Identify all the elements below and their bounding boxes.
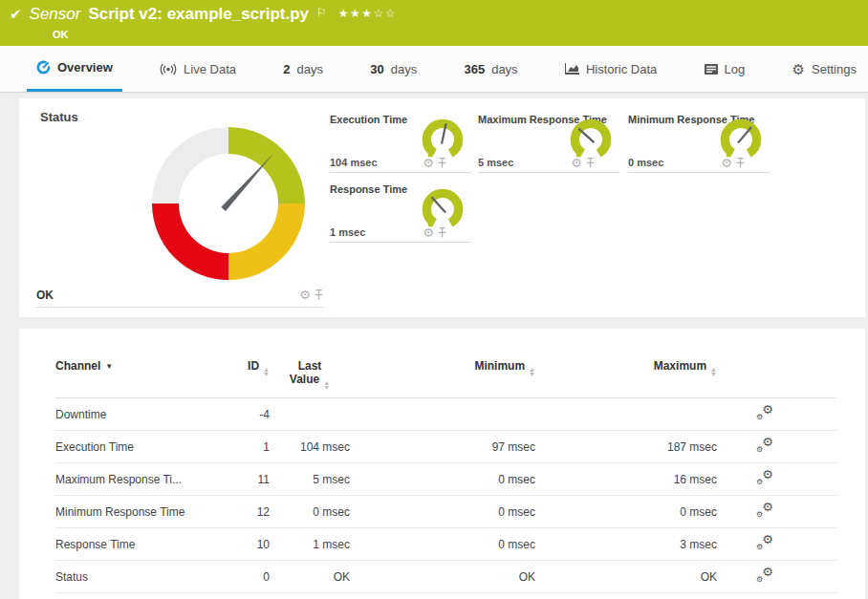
- gauge-value: 1 msec: [330, 226, 365, 238]
- cell-channel: Maximum Response Ti...: [55, 473, 237, 486]
- cell-id: 10: [237, 538, 270, 551]
- column-header-minimum[interactable]: Minimum▲▼: [350, 359, 535, 376]
- sensor-title: Script v2: example_script.py: [88, 5, 309, 24]
- gauge-title: Response Time: [330, 183, 407, 195]
- overview-gauges-card: Status OK ⚙ Execution Time 104 msec: [19, 98, 865, 317]
- gear-icon[interactable]: ⚙: [721, 157, 732, 169]
- live-icon: [160, 63, 177, 75]
- cell-channel: Downtime: [55, 408, 237, 421]
- pin-icon[interactable]: [438, 227, 446, 238]
- gear-icon[interactable]: ⚙: [423, 157, 434, 169]
- cell-id: 0: [237, 570, 270, 584]
- gear-icon[interactable]: ⚙: [423, 226, 434, 239]
- cell-maximum: OK: [535, 570, 717, 584]
- gauge-title: Execution Time: [330, 114, 407, 125]
- cell-maximum: 187 msec: [535, 440, 717, 454]
- cell-last-value: 5 msec: [270, 473, 350, 486]
- pin-icon[interactable]: [315, 289, 323, 300]
- gauge-panel-response-time: Response Time 1 msec ⚙: [330, 180, 471, 243]
- cell-channel: Status: [55, 570, 237, 584]
- cell-id: 12: [237, 505, 270, 519]
- sensor-header: ✔ Sensor Script v2: example_script.py ⚐ …: [0, 0, 868, 46]
- tab-bar: Overview Live Data 2 days 30 days 365 da…: [0, 46, 868, 93]
- tab-live-data[interactable]: Live Data: [150, 46, 246, 92]
- status-check-icon: ✔: [10, 6, 22, 23]
- table-row[interactable]: Status 0 OK OK OK ⚙⚙: [55, 561, 836, 593]
- gauge-panel-execution-time: Execution Time 104 msec ⚙: [330, 110, 471, 173]
- cell-minimum: 0 msec: [350, 505, 535, 519]
- channel-settings-icon[interactable]: ⚙⚙: [756, 438, 773, 453]
- cell-id: -4: [237, 408, 270, 421]
- tab-365-days[interactable]: 365 days: [454, 46, 527, 92]
- tab-log[interactable]: Log: [695, 46, 755, 92]
- table-header: Channel▼ ID▲▼ Last Value▲▼ Minimum▲▼ Max…: [55, 359, 836, 398]
- cell-minimum: OK: [350, 570, 535, 584]
- gauge-value: 104 msec: [330, 157, 378, 168]
- cell-maximum: 0 msec: [535, 505, 717, 519]
- column-header-id[interactable]: ID▲▼: [237, 359, 270, 376]
- column-header-channel[interactable]: Channel▼: [55, 359, 237, 373]
- cell-channel: Response Time: [55, 538, 237, 551]
- tab-historic-data[interactable]: Historic Data: [555, 46, 666, 92]
- pin-icon[interactable]: [438, 158, 446, 168]
- channel-table: Channel▼ ID▲▼ Last Value▲▼ Minimum▲▼ Max…: [19, 329, 865, 593]
- pin-icon[interactable]: [586, 158, 595, 168]
- status-gauge: [152, 127, 305, 280]
- gauge-panel-maximum-response-time: Maximum Response Time 5 msec ⚙: [478, 110, 619, 173]
- cell-maximum: 3 msec: [535, 538, 717, 551]
- gear-icon[interactable]: ⚙: [571, 157, 582, 169]
- cell-maximum: 16 msec: [535, 473, 717, 486]
- historic-icon: [565, 63, 579, 75]
- gauge-value: 0 msec: [628, 157, 663, 168]
- sensor-type-label: Sensor: [30, 5, 81, 24]
- column-header-last-value[interactable]: Last Value▲▼: [270, 359, 350, 390]
- channel-settings-icon[interactable]: ⚙⚙: [756, 567, 773, 583]
- sort-icon: ▲▼: [263, 367, 270, 376]
- channel-settings-icon[interactable]: ⚙⚙: [756, 405, 773, 420]
- sort-icon: ▲▼: [710, 367, 717, 376]
- channel-settings-icon[interactable]: ⚙⚙: [756, 503, 773, 518]
- gauge-needle: [152, 127, 305, 280]
- table-row[interactable]: Downtime -4 ⚙⚙: [55, 398, 836, 431]
- panel-title: Status: [40, 110, 78, 124]
- tab-settings[interactable]: ⚙ Settings: [783, 46, 866, 92]
- cell-channel: Minimum Response Time: [55, 505, 237, 519]
- cell-id: 11: [237, 473, 270, 486]
- flag-icon[interactable]: ⚐: [316, 6, 327, 19]
- sort-icon: ▲▼: [529, 367, 535, 376]
- gear-icon[interactable]: ⚙: [299, 289, 311, 301]
- log-icon: [705, 64, 718, 75]
- cell-last-value: 0 msec: [270, 505, 350, 519]
- status-value: OK: [36, 289, 54, 302]
- channel-settings-icon[interactable]: ⚙⚙: [756, 470, 773, 485]
- status-gauge-panel: Status OK ⚙: [19, 98, 325, 317]
- gauge-panel-minimum-response-time: Minimum Response Time 0 msec ⚙: [628, 110, 770, 173]
- cell-last-value: 104 msec: [270, 440, 350, 454]
- table-body: Downtime -4 ⚙⚙ Execution Time 1 104 msec…: [55, 398, 836, 593]
- pin-icon[interactable]: [736, 158, 745, 168]
- channel-settings-icon[interactable]: ⚙⚙: [756, 535, 773, 550]
- status-panel-footer: OK ⚙: [36, 283, 323, 308]
- sort-descending-icon: ▼: [105, 362, 113, 371]
- table-row[interactable]: Execution Time 1 104 msec 97 msec 187 ms…: [55, 431, 836, 463]
- cell-id: 1: [237, 440, 270, 454]
- sort-icon: ▲▼: [323, 380, 330, 390]
- table-row[interactable]: Response Time 10 1 msec 0 msec 3 msec ⚙⚙: [55, 528, 836, 561]
- overview-icon: [36, 60, 51, 75]
- channel-table-card: Channel▼ ID▲▼ Last Value▲▼ Minimum▲▼ Max…: [19, 329, 865, 599]
- gauge-value: 5 msec: [478, 157, 513, 168]
- tab-2-days[interactable]: 2 days: [273, 46, 333, 92]
- tab-overview[interactable]: Overview: [27, 46, 122, 92]
- table-row[interactable]: Minimum Response Time 12 0 msec 0 msec 0…: [55, 496, 836, 528]
- cell-last-value: 1 msec: [270, 538, 350, 551]
- priority-stars[interactable]: ★★★☆☆: [338, 7, 397, 20]
- tab-30-days[interactable]: 30 days: [360, 46, 426, 92]
- cell-minimum: 0 msec: [350, 538, 535, 551]
- table-row[interactable]: Maximum Response Ti... 11 5 msec 0 msec …: [55, 463, 836, 496]
- cell-minimum: 0 msec: [350, 473, 535, 486]
- settings-icon: ⚙: [792, 62, 805, 76]
- cell-channel: Execution Time: [55, 440, 237, 454]
- cell-last-value: OK: [270, 570, 350, 584]
- column-header-maximum[interactable]: Maximum▲▼: [535, 359, 717, 376]
- sensor-status-label: OK: [53, 29, 868, 40]
